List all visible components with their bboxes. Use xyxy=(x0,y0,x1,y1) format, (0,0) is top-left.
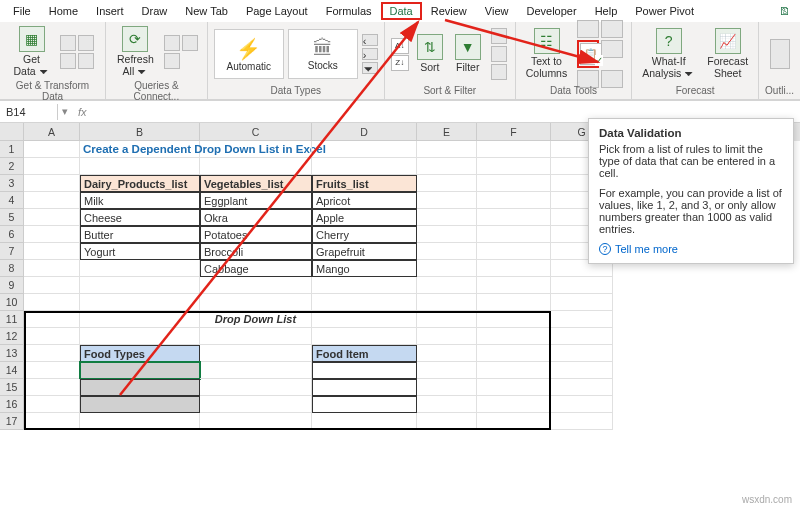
tab-review[interactable]: Review xyxy=(422,2,476,20)
cell[interactable]: Cheese xyxy=(80,209,200,226)
manage-data-model-icon[interactable] xyxy=(601,70,623,88)
cell[interactable] xyxy=(477,158,551,175)
cell[interactable]: Vegetables_list xyxy=(200,175,312,192)
cell[interactable] xyxy=(200,141,312,158)
cell[interactable] xyxy=(417,294,477,311)
data-type-prev-icon[interactable]: ‹ xyxy=(362,34,378,46)
cell[interactable] xyxy=(551,277,613,294)
row-header[interactable]: 7 xyxy=(0,243,24,260)
data-type-next-icon[interactable]: › xyxy=(362,48,378,60)
outline-icon[interactable] xyxy=(770,39,790,69)
from-table-icon[interactable] xyxy=(60,53,76,69)
cell[interactable] xyxy=(477,260,551,277)
cell[interactable] xyxy=(551,396,613,413)
cell[interactable] xyxy=(24,141,80,158)
cell[interactable] xyxy=(477,192,551,209)
fx-icon[interactable]: fx xyxy=(72,106,93,118)
filter-button[interactable]: ▼ Filter xyxy=(451,32,485,76)
cell[interactable] xyxy=(477,226,551,243)
cell[interactable] xyxy=(477,277,551,294)
tell-me-more-link[interactable]: ? Tell me more xyxy=(599,243,783,255)
cell[interactable] xyxy=(417,158,477,175)
row-header[interactable]: 5 xyxy=(0,209,24,226)
cell[interactable] xyxy=(24,277,80,294)
data-validation-button[interactable]: 📋 xyxy=(580,43,602,65)
cell[interactable] xyxy=(417,175,477,192)
row-header[interactable]: 8 xyxy=(0,260,24,277)
cell[interactable] xyxy=(477,141,551,158)
sort-za-icon[interactable]: Z↓ xyxy=(391,55,409,71)
cell[interactable] xyxy=(24,243,80,260)
row-header[interactable]: 3 xyxy=(0,175,24,192)
row-header[interactable]: 11 xyxy=(0,311,24,328)
cell[interactable] xyxy=(312,277,417,294)
cell[interactable]: Okra xyxy=(200,209,312,226)
what-if-button[interactable]: ? What-If Analysis ⏷ xyxy=(638,26,699,81)
flash-fill-icon[interactable] xyxy=(577,20,599,38)
row-header[interactable]: 12 xyxy=(0,328,24,345)
recent-sources-icon[interactable] xyxy=(78,53,94,69)
cell[interactable] xyxy=(477,209,551,226)
cell[interactable] xyxy=(200,277,312,294)
cell[interactable] xyxy=(551,294,613,311)
row-header[interactable]: 6 xyxy=(0,226,24,243)
cell[interactable] xyxy=(417,192,477,209)
tab-page-layout[interactable]: Page Layout xyxy=(237,2,317,20)
advanced-filter-icon[interactable] xyxy=(491,64,507,80)
cell[interactable]: Grapefruit xyxy=(312,243,417,260)
namebox-dropdown-icon[interactable]: ▾ xyxy=(58,105,72,118)
cell[interactable] xyxy=(80,260,200,277)
row-header[interactable]: 2 xyxy=(0,158,24,175)
cell[interactable] xyxy=(24,158,80,175)
reapply-icon[interactable] xyxy=(491,46,507,62)
row-header[interactable]: 17 xyxy=(0,413,24,430)
cell[interactable]: Create a Dependent Drop Down List in Exc… xyxy=(80,141,200,158)
cell[interactable] xyxy=(417,141,477,158)
cell[interactable] xyxy=(477,243,551,260)
sort-az-icon[interactable]: A↓ xyxy=(391,38,409,54)
row-header[interactable]: 14 xyxy=(0,362,24,379)
cell[interactable] xyxy=(551,413,613,430)
tab-power-pivot[interactable]: Power Pivot xyxy=(626,2,703,20)
cell[interactable]: Butter xyxy=(80,226,200,243)
cell[interactable]: Apricot xyxy=(312,192,417,209)
cell[interactable]: Eggplant xyxy=(200,192,312,209)
cell[interactable] xyxy=(200,294,312,311)
col-header[interactable]: A xyxy=(24,123,80,141)
cell[interactable] xyxy=(417,226,477,243)
cell[interactable] xyxy=(551,311,613,328)
cell[interactable] xyxy=(80,277,200,294)
cell[interactable] xyxy=(312,141,417,158)
cell[interactable]: Dairy_Products_list xyxy=(80,175,200,192)
from-text-icon[interactable] xyxy=(60,35,76,51)
tab-data[interactable]: Data xyxy=(381,2,422,20)
cell[interactable] xyxy=(200,158,312,175)
col-header[interactable]: E xyxy=(417,123,477,141)
queries-connections-icon[interactable] xyxy=(164,35,180,51)
edit-links-icon[interactable] xyxy=(164,53,180,69)
cell[interactable]: Broccoli xyxy=(200,243,312,260)
sort-button[interactable]: ⇅ Sort xyxy=(413,32,447,76)
get-data-button[interactable]: ▦ Get Data ⏷ xyxy=(9,24,53,79)
cell[interactable] xyxy=(417,260,477,277)
tab-newtab[interactable]: New Tab xyxy=(176,2,237,20)
cell[interactable] xyxy=(417,277,477,294)
row-header[interactable]: 4 xyxy=(0,192,24,209)
cell[interactable] xyxy=(24,192,80,209)
cell[interactable] xyxy=(312,294,417,311)
cell[interactable] xyxy=(80,294,200,311)
tab-view[interactable]: View xyxy=(476,2,518,20)
cell[interactable] xyxy=(551,362,613,379)
cell[interactable]: Cherry xyxy=(312,226,417,243)
cell[interactable] xyxy=(24,260,80,277)
row-header[interactable]: 16 xyxy=(0,396,24,413)
data-type-automatic[interactable]: ⚡ Automatic xyxy=(214,29,284,79)
col-header[interactable]: B xyxy=(80,123,200,141)
row-header[interactable]: 13 xyxy=(0,345,24,362)
text-to-columns-button[interactable]: ☷ Text to Columns xyxy=(522,26,571,81)
row-header[interactable]: 1 xyxy=(0,141,24,158)
cell[interactable] xyxy=(80,158,200,175)
tab-file[interactable]: File xyxy=(4,2,40,20)
tab-home[interactable]: Home xyxy=(40,2,87,20)
data-type-more-icon[interactable]: ⏷ xyxy=(362,62,378,74)
